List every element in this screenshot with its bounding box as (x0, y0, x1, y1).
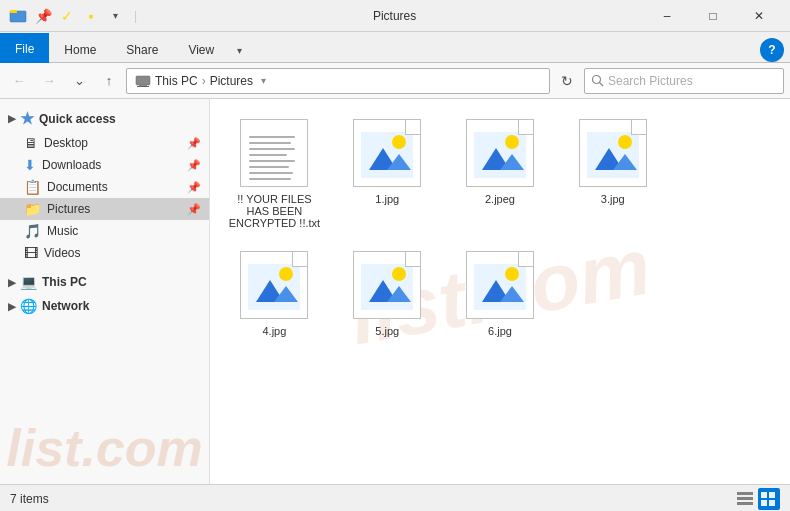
img5-icon (353, 251, 421, 319)
this-pc-icon (135, 74, 151, 88)
pictures-pin: 📌 (187, 203, 201, 216)
sidebar-music-label: Music (47, 224, 201, 238)
txt-line-6 (249, 166, 289, 168)
quick-access-toolbar: 📌 ✓ ▪ ▾ (32, 5, 126, 27)
tab-view[interactable]: View (173, 35, 229, 63)
maximize-btn[interactable]: □ (690, 0, 736, 32)
sidebar-documents-label: Documents (47, 180, 183, 194)
file-grid: !! YOUR FILES HAS BEEN ENCRYPTED !!.txt (222, 111, 778, 343)
up-btn[interactable]: ↑ (96, 68, 122, 94)
img4-icon-wrapper (238, 249, 310, 321)
qs-check-btn[interactable]: ✓ (56, 5, 78, 27)
sidebar-item-documents[interactable]: 📋 Documents 📌 (0, 176, 209, 198)
sidebar-desktop-label: Desktop (44, 136, 183, 150)
tab-file[interactable]: File (0, 33, 49, 63)
txt-line-5 (249, 160, 295, 162)
file-label-txt: !! YOUR FILES HAS BEEN ENCRYPTED !!.txt (226, 193, 323, 229)
close-btn[interactable]: ✕ (736, 0, 782, 32)
svg-rect-32 (737, 497, 753, 500)
txt-file-icon-wrapper (238, 117, 310, 189)
img6-fold (519, 252, 533, 266)
img6-icon-wrapper (464, 249, 536, 321)
svg-rect-37 (769, 500, 775, 506)
file-item-3jpg[interactable]: 3.jpg (560, 111, 665, 235)
watermark: list.com (0, 422, 209, 484)
large-icons-view-btn[interactable] (758, 488, 780, 510)
sidebar-downloads-label: Downloads (42, 158, 183, 172)
desktop-pin: 📌 (187, 137, 201, 150)
img4-inner (248, 264, 300, 310)
network-arrow: ▶ (8, 301, 16, 312)
sidebar-this-pc-header[interactable]: ▶ 💻 This PC (0, 270, 209, 294)
qs-dropdown-btn[interactable]: ▾ (104, 5, 126, 27)
sidebar-item-videos[interactable]: 🎞 Videos (0, 242, 209, 264)
window-controls: – □ ✕ (644, 0, 782, 32)
svg-rect-31 (737, 492, 753, 495)
this-pc-arrow: ▶ (8, 277, 16, 288)
file-item-4jpg[interactable]: 4.jpg (222, 243, 327, 343)
file-label-3jpg: 3.jpg (601, 193, 625, 205)
img5-inner (361, 264, 413, 310)
file-item-1jpg[interactable]: 1.jpg (335, 111, 440, 235)
status-bar: 7 items (0, 484, 790, 511)
svg-rect-4 (137, 86, 149, 87)
search-box[interactable]: Search Pictures (584, 68, 784, 94)
file-item-5jpg[interactable]: 5.jpg (335, 243, 440, 343)
quick-access-star: ★ (20, 109, 34, 128)
music-icon: 🎵 (24, 223, 41, 239)
this-pc-nav-icon: 💻 (20, 274, 37, 290)
videos-icon: 🎞 (24, 245, 38, 261)
qs-pin-btn[interactable]: 📌 (32, 5, 54, 27)
path-dropdown[interactable]: ▾ (261, 75, 266, 86)
file-item-txt[interactable]: !! YOUR FILES HAS BEEN ENCRYPTED !!.txt (222, 111, 327, 235)
window-title: Pictures (145, 9, 644, 23)
help-btn[interactable]: ? (760, 38, 784, 62)
sidebar-item-desktop[interactable]: 🖥 Desktop 📌 (0, 132, 209, 154)
path-pictures: Pictures (210, 74, 253, 88)
sidebar-quick-access-header[interactable]: ▶ ★ Quick access (0, 105, 209, 132)
sidebar-item-pictures[interactable]: 📁 Pictures 📌 (0, 198, 209, 220)
img6-inner (474, 264, 526, 310)
minimize-btn[interactable]: – (644, 0, 690, 32)
sidebar-videos-label: Videos (44, 246, 201, 260)
list-view-btn[interactable] (734, 488, 756, 510)
mountain-svg-3 (587, 132, 639, 178)
file-label-1jpg: 1.jpg (375, 193, 399, 205)
img4-icon (240, 251, 308, 319)
txt-lines (241, 120, 307, 188)
file-item-2jpeg[interactable]: 2.jpeg (448, 111, 553, 235)
documents-pin: 📌 (187, 181, 201, 194)
txt-line-4 (249, 154, 287, 156)
svg-rect-34 (761, 492, 767, 498)
view-buttons (734, 488, 780, 510)
sidebar-item-downloads[interactable]: ⬇ Downloads 📌 (0, 154, 209, 176)
file-item-6jpg[interactable]: 6.jpg (448, 243, 553, 343)
svg-rect-2 (136, 76, 150, 85)
dropdown-nav-btn[interactable]: ⌄ (66, 68, 92, 94)
sidebar: list.com ▶ ★ Quick access 🖥 Desktop 📌 ⬇ … (0, 99, 210, 484)
title-bar: 📌 ✓ ▪ ▾ | Pictures – □ ✕ (0, 0, 790, 32)
img3-inner (587, 132, 639, 178)
img1-icon-wrapper (351, 117, 423, 189)
qs-gold-btn[interactable]: ▪ (80, 5, 102, 27)
svg-rect-35 (769, 492, 775, 498)
address-path[interactable]: This PC › Pictures ▾ (126, 68, 550, 94)
documents-icon: 📋 (24, 179, 41, 195)
svg-point-10 (392, 135, 406, 149)
img1-inner (361, 132, 413, 178)
mountain-svg-4 (248, 264, 300, 310)
sidebar-item-music[interactable]: 🎵 Music (0, 220, 209, 242)
img2-icon-wrapper (464, 117, 536, 189)
tab-share[interactable]: Share (111, 35, 173, 63)
txt-file-icon (240, 119, 308, 187)
network-icon: 🌐 (20, 298, 37, 314)
txt-line-7 (249, 172, 293, 174)
refresh-btn[interactable]: ↻ (554, 68, 580, 94)
ribbon-collapse-btn[interactable]: ▾ (229, 38, 249, 62)
sidebar-network-header[interactable]: ▶ 🌐 Network (0, 294, 209, 318)
mountain-svg-6 (474, 264, 526, 310)
tab-home[interactable]: Home (49, 35, 111, 63)
svg-rect-1 (10, 10, 17, 13)
title-bar-separator: | (134, 9, 137, 23)
item-count: 7 items (10, 492, 49, 506)
